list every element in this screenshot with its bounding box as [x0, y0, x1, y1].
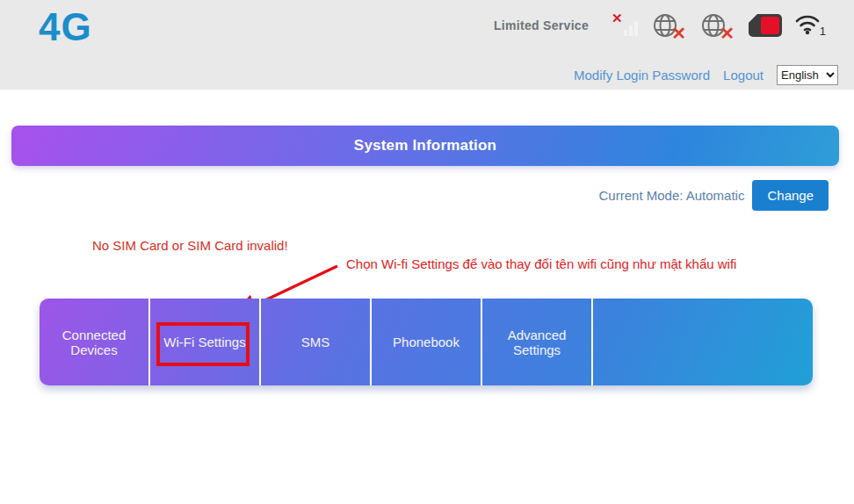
- account-links: Modify Login Password Logout English: [574, 65, 838, 85]
- wifi-count: 1: [820, 25, 826, 38]
- annotation-text: Chọn Wi-fi Settings để vào thay đổi tên …: [346, 256, 736, 271]
- language-select[interactable]: English: [777, 65, 838, 85]
- logout-link[interactable]: Logout: [723, 68, 764, 83]
- status-bar: Limited Service ✕ ✕: [494, 12, 826, 39]
- wifi-icon: 1: [794, 13, 826, 38]
- nav-tab-sms[interactable]: SMS: [261, 299, 372, 385]
- change-mode-button[interactable]: Change: [752, 180, 829, 211]
- signal-bars-error-icon: ✕: [613, 13, 638, 38]
- router-admin-page: 4G Limited Service ✕ ✕: [0, 0, 854, 504]
- globe-error-icon: ✕: [700, 12, 734, 39]
- modify-login-password-link[interactable]: Modify Login Password: [574, 68, 710, 83]
- mode-row: Current Mode: Automatic Change: [599, 180, 829, 211]
- sim-status-fill: [761, 17, 779, 34]
- top-header: 4G Limited Service ✕ ✕: [0, 0, 854, 90]
- nav-tab-phonebook[interactable]: Phonebook: [372, 299, 482, 385]
- nav-tab-connected-devices[interactable]: Connected Devices: [40, 299, 150, 385]
- nav-tab-advanced-settings[interactable]: Advanced Settings: [482, 299, 593, 385]
- page-title: System Information: [354, 137, 496, 155]
- main-nav: Connected Devices Wi-Fi Settings SMS Pho…: [40, 299, 813, 385]
- network-status-text: Limited Service: [494, 18, 589, 32]
- current-mode-label: Current Mode: Automatic: [599, 188, 745, 203]
- globe-error-icon: ✕: [652, 12, 685, 39]
- page-title-banner: System Information: [11, 126, 839, 166]
- sim-card-error-icon: [749, 14, 782, 37]
- nav-filler: [593, 299, 813, 385]
- brand-logo: 4G: [39, 5, 92, 49]
- sim-warning-text: No SIM Card or SIM Card invalid!: [92, 238, 288, 253]
- nav-tab-wifi-settings[interactable]: Wi-Fi Settings: [150, 299, 261, 385]
